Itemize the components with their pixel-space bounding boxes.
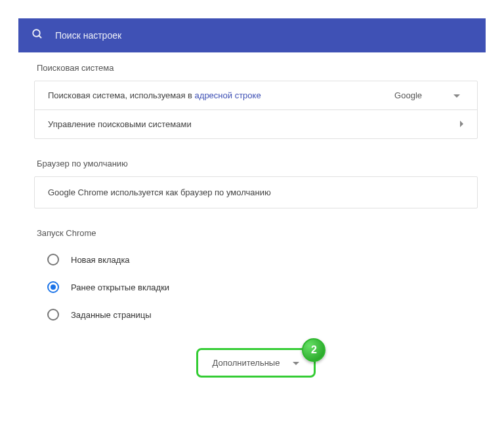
radio-previous-tabs[interactable]: Ранее открытые вкладки [34, 273, 478, 301]
manage-search-engines-label: Управление поисковыми системами [48, 119, 460, 129]
section-title-default-browser: Браузер по умолчанию [34, 159, 478, 168]
startup-radio-group: Новая вкладка Ранее открытые вкладки Зад… [34, 246, 478, 328]
radio-icon [47, 254, 59, 265]
radio-icon-selected [47, 281, 59, 293]
search-engine-label: Поисковая система, используемая в адресн… [48, 90, 394, 100]
radio-label: Заданные страницы [71, 310, 152, 320]
search-icon [32, 28, 43, 43]
svg-line-1 [39, 35, 41, 38]
svg-point-0 [33, 29, 40, 37]
search-engine-select[interactable]: Google [394, 90, 464, 100]
advanced-label: Дополнительные [213, 358, 280, 368]
search-bar[interactable] [18, 18, 486, 52]
default-browser-card: Google Chrome используется как браузер п… [34, 176, 478, 208]
address-bar-link[interactable]: адресной строке [195, 90, 261, 100]
advanced-button[interactable]: Дополнительные 2 [196, 348, 316, 378]
radio-label: Новая вкладка [71, 255, 130, 265]
search-engine-row[interactable]: Поисковая система, используемая в адресн… [35, 81, 477, 109]
radio-icon [47, 309, 59, 321]
annotation-badge: 2 [302, 338, 326, 362]
search-engine-value: Google [394, 90, 422, 100]
chevron-down-icon [293, 358, 299, 368]
default-browser-text: Google Chrome используется как браузер п… [48, 187, 271, 197]
search-input[interactable] [55, 30, 472, 41]
section-title-search-engine: Поисковая система [34, 63, 478, 73]
radio-specific-pages[interactable]: Заданные страницы [34, 301, 478, 328]
search-engine-card: Поисковая система, используемая в адресн… [34, 81, 478, 139]
dropdown-icon [453, 90, 460, 100]
chevron-right-icon [460, 119, 464, 129]
radio-label: Ранее открытые вкладки [71, 283, 169, 292]
radio-new-tab[interactable]: Новая вкладка [34, 246, 478, 273]
manage-search-engines-row[interactable]: Управление поисковыми системами [35, 109, 477, 138]
section-title-startup: Запуск Chrome [34, 228, 478, 238]
